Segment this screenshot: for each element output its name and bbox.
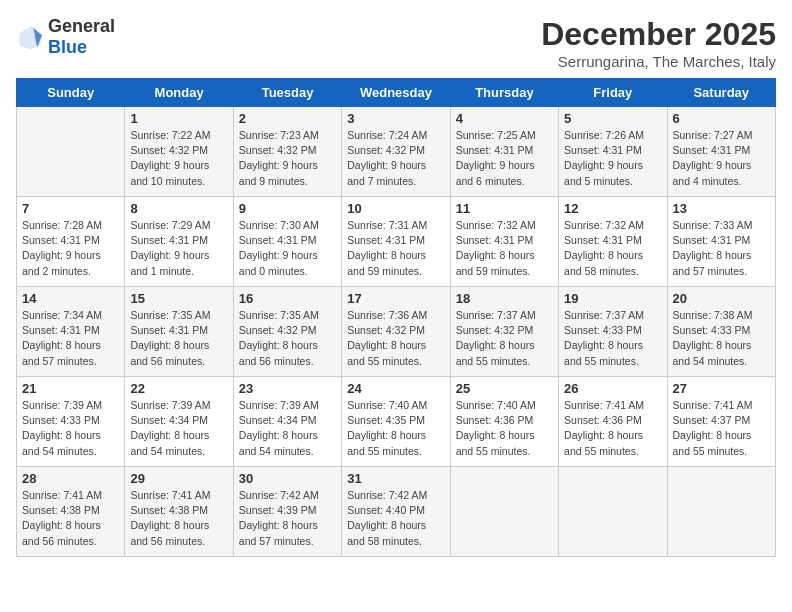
calendar-cell: 15Sunrise: 7:35 AM Sunset: 4:31 PM Dayli…: [125, 287, 233, 377]
logo-icon: [16, 23, 44, 51]
day-number: 26: [564, 381, 661, 396]
calendar-cell: 28Sunrise: 7:41 AM Sunset: 4:38 PM Dayli…: [17, 467, 125, 557]
calendar-cell: 11Sunrise: 7:32 AM Sunset: 4:31 PM Dayli…: [450, 197, 558, 287]
day-info: Sunrise: 7:32 AM Sunset: 4:31 PM Dayligh…: [564, 218, 661, 279]
calendar-cell: 22Sunrise: 7:39 AM Sunset: 4:34 PM Dayli…: [125, 377, 233, 467]
day-number: 10: [347, 201, 444, 216]
day-info: Sunrise: 7:34 AM Sunset: 4:31 PM Dayligh…: [22, 308, 119, 369]
day-number: 30: [239, 471, 336, 486]
subtitle: Serrungarina, The Marches, Italy: [541, 53, 776, 70]
day-info: Sunrise: 7:29 AM Sunset: 4:31 PM Dayligh…: [130, 218, 227, 279]
day-info: Sunrise: 7:41 AM Sunset: 4:36 PM Dayligh…: [564, 398, 661, 459]
day-number: 13: [673, 201, 770, 216]
day-info: Sunrise: 7:33 AM Sunset: 4:31 PM Dayligh…: [673, 218, 770, 279]
logo-general: General: [48, 16, 115, 36]
title-block: December 2025 Serrungarina, The Marches,…: [541, 16, 776, 70]
day-info: Sunrise: 7:30 AM Sunset: 4:31 PM Dayligh…: [239, 218, 336, 279]
calendar-cell: 27Sunrise: 7:41 AM Sunset: 4:37 PM Dayli…: [667, 377, 775, 467]
day-number: 18: [456, 291, 553, 306]
calendar-cell: 26Sunrise: 7:41 AM Sunset: 4:36 PM Dayli…: [559, 377, 667, 467]
day-number: 22: [130, 381, 227, 396]
calendar-cell: 25Sunrise: 7:40 AM Sunset: 4:36 PM Dayli…: [450, 377, 558, 467]
weekday-header: Friday: [559, 79, 667, 107]
day-info: Sunrise: 7:24 AM Sunset: 4:32 PM Dayligh…: [347, 128, 444, 189]
day-info: Sunrise: 7:39 AM Sunset: 4:34 PM Dayligh…: [130, 398, 227, 459]
calendar-cell: 5Sunrise: 7:26 AM Sunset: 4:31 PM Daylig…: [559, 107, 667, 197]
calendar-cell: 12Sunrise: 7:32 AM Sunset: 4:31 PM Dayli…: [559, 197, 667, 287]
calendar-cell: [450, 467, 558, 557]
day-number: 5: [564, 111, 661, 126]
day-number: 19: [564, 291, 661, 306]
day-number: 16: [239, 291, 336, 306]
day-info: Sunrise: 7:31 AM Sunset: 4:31 PM Dayligh…: [347, 218, 444, 279]
logo-text: General Blue: [48, 16, 115, 58]
day-number: 25: [456, 381, 553, 396]
calendar-week-row: 1Sunrise: 7:22 AM Sunset: 4:32 PM Daylig…: [17, 107, 776, 197]
calendar-cell: 23Sunrise: 7:39 AM Sunset: 4:34 PM Dayli…: [233, 377, 341, 467]
calendar-cell: 9Sunrise: 7:30 AM Sunset: 4:31 PM Daylig…: [233, 197, 341, 287]
calendar-week-row: 7Sunrise: 7:28 AM Sunset: 4:31 PM Daylig…: [17, 197, 776, 287]
day-number: 15: [130, 291, 227, 306]
day-info: Sunrise: 7:26 AM Sunset: 4:31 PM Dayligh…: [564, 128, 661, 189]
weekday-header: Wednesday: [342, 79, 450, 107]
day-info: Sunrise: 7:28 AM Sunset: 4:31 PM Dayligh…: [22, 218, 119, 279]
day-number: 2: [239, 111, 336, 126]
weekday-header: Tuesday: [233, 79, 341, 107]
calendar-cell: [559, 467, 667, 557]
day-number: 11: [456, 201, 553, 216]
day-info: Sunrise: 7:41 AM Sunset: 4:38 PM Dayligh…: [130, 488, 227, 549]
day-info: Sunrise: 7:25 AM Sunset: 4:31 PM Dayligh…: [456, 128, 553, 189]
day-info: Sunrise: 7:27 AM Sunset: 4:31 PM Dayligh…: [673, 128, 770, 189]
weekday-header: Monday: [125, 79, 233, 107]
calendar-cell: 20Sunrise: 7:38 AM Sunset: 4:33 PM Dayli…: [667, 287, 775, 377]
calendar-cell: 6Sunrise: 7:27 AM Sunset: 4:31 PM Daylig…: [667, 107, 775, 197]
day-number: 31: [347, 471, 444, 486]
day-info: Sunrise: 7:40 AM Sunset: 4:35 PM Dayligh…: [347, 398, 444, 459]
logo-blue: Blue: [48, 37, 87, 57]
calendar-cell: 21Sunrise: 7:39 AM Sunset: 4:33 PM Dayli…: [17, 377, 125, 467]
weekday-header: Thursday: [450, 79, 558, 107]
calendar-table: SundayMondayTuesdayWednesdayThursdayFrid…: [16, 78, 776, 557]
day-number: 24: [347, 381, 444, 396]
day-number: 28: [22, 471, 119, 486]
day-number: 4: [456, 111, 553, 126]
logo: General Blue: [16, 16, 115, 58]
day-info: Sunrise: 7:42 AM Sunset: 4:40 PM Dayligh…: [347, 488, 444, 549]
calendar-cell: 29Sunrise: 7:41 AM Sunset: 4:38 PM Dayli…: [125, 467, 233, 557]
day-info: Sunrise: 7:37 AM Sunset: 4:33 PM Dayligh…: [564, 308, 661, 369]
day-info: Sunrise: 7:35 AM Sunset: 4:32 PM Dayligh…: [239, 308, 336, 369]
day-info: Sunrise: 7:36 AM Sunset: 4:32 PM Dayligh…: [347, 308, 444, 369]
calendar-cell: 3Sunrise: 7:24 AM Sunset: 4:32 PM Daylig…: [342, 107, 450, 197]
calendar-cell: 16Sunrise: 7:35 AM Sunset: 4:32 PM Dayli…: [233, 287, 341, 377]
weekday-header: Sunday: [17, 79, 125, 107]
day-number: 8: [130, 201, 227, 216]
day-number: 20: [673, 291, 770, 306]
calendar-cell: 18Sunrise: 7:37 AM Sunset: 4:32 PM Dayli…: [450, 287, 558, 377]
day-info: Sunrise: 7:22 AM Sunset: 4:32 PM Dayligh…: [130, 128, 227, 189]
calendar-cell: 13Sunrise: 7:33 AM Sunset: 4:31 PM Dayli…: [667, 197, 775, 287]
day-info: Sunrise: 7:40 AM Sunset: 4:36 PM Dayligh…: [456, 398, 553, 459]
page-header: General Blue December 2025 Serrungarina,…: [16, 16, 776, 70]
day-number: 21: [22, 381, 119, 396]
day-number: 3: [347, 111, 444, 126]
calendar-cell: 14Sunrise: 7:34 AM Sunset: 4:31 PM Dayli…: [17, 287, 125, 377]
day-info: Sunrise: 7:37 AM Sunset: 4:32 PM Dayligh…: [456, 308, 553, 369]
calendar-cell: 31Sunrise: 7:42 AM Sunset: 4:40 PM Dayli…: [342, 467, 450, 557]
calendar-cell: 7Sunrise: 7:28 AM Sunset: 4:31 PM Daylig…: [17, 197, 125, 287]
calendar-cell: 1Sunrise: 7:22 AM Sunset: 4:32 PM Daylig…: [125, 107, 233, 197]
day-number: 6: [673, 111, 770, 126]
calendar-cell: 19Sunrise: 7:37 AM Sunset: 4:33 PM Dayli…: [559, 287, 667, 377]
day-number: 27: [673, 381, 770, 396]
weekday-header: Saturday: [667, 79, 775, 107]
calendar-cell: 2Sunrise: 7:23 AM Sunset: 4:32 PM Daylig…: [233, 107, 341, 197]
day-number: 12: [564, 201, 661, 216]
calendar-cell: 4Sunrise: 7:25 AM Sunset: 4:31 PM Daylig…: [450, 107, 558, 197]
calendar-cell: 24Sunrise: 7:40 AM Sunset: 4:35 PM Dayli…: [342, 377, 450, 467]
calendar-cell: [17, 107, 125, 197]
calendar-cell: [667, 467, 775, 557]
day-info: Sunrise: 7:39 AM Sunset: 4:34 PM Dayligh…: [239, 398, 336, 459]
day-number: 29: [130, 471, 227, 486]
day-info: Sunrise: 7:35 AM Sunset: 4:31 PM Dayligh…: [130, 308, 227, 369]
day-info: Sunrise: 7:41 AM Sunset: 4:38 PM Dayligh…: [22, 488, 119, 549]
main-title: December 2025: [541, 16, 776, 53]
